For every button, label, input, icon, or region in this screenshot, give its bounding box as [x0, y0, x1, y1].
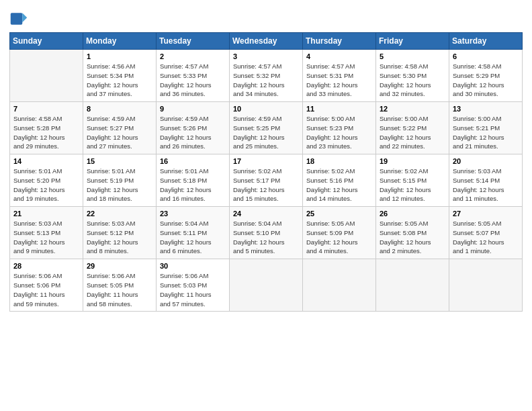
- calendar-cell: 2Sunrise: 4:57 AMSunset: 5:33 PMDaylight…: [157, 50, 230, 102]
- day-number: 28: [13, 262, 79, 270]
- day-info: Sunrise: 5:03 AMSunset: 5:13 PMDaylight:…: [13, 219, 79, 256]
- day-number: 13: [453, 105, 519, 113]
- day-info: Sunrise: 5:06 AMSunset: 5:03 PMDaylight:…: [160, 271, 226, 308]
- day-info: Sunrise: 4:56 AMSunset: 5:34 PMDaylight:…: [87, 62, 152, 99]
- day-info: Sunrise: 5:05 AMSunset: 5:08 PMDaylight:…: [380, 219, 445, 256]
- week-row-3: 14Sunrise: 5:01 AMSunset: 5:20 PMDayligh…: [10, 154, 523, 207]
- day-number: 19: [380, 157, 445, 165]
- day-info: Sunrise: 4:58 AMSunset: 5:29 PMDaylight:…: [453, 62, 519, 99]
- day-info: Sunrise: 5:05 AMSunset: 5:07 PMDaylight:…: [453, 219, 519, 256]
- calendar-cell: 8Sunrise: 4:59 AMSunset: 5:27 PMDaylight…: [83, 102, 157, 154]
- calendar-cell: 12Sunrise: 5:00 AMSunset: 5:22 PMDayligh…: [376, 102, 449, 154]
- calendar-cell: 13Sunrise: 5:00 AMSunset: 5:21 PMDayligh…: [449, 102, 523, 154]
- day-info: Sunrise: 4:58 AMSunset: 5:30 PMDaylight:…: [380, 62, 445, 99]
- calendar-cell: 30Sunrise: 5:06 AMSunset: 5:03 PMDayligh…: [157, 259, 230, 312]
- day-info: Sunrise: 5:01 AMSunset: 5:20 PMDaylight:…: [13, 167, 79, 203]
- calendar-cell: 17Sunrise: 5:02 AMSunset: 5:17 PMDayligh…: [230, 154, 303, 207]
- day-info: Sunrise: 5:00 AMSunset: 5:22 PMDaylight:…: [380, 114, 445, 151]
- day-number: 2: [160, 52, 226, 60]
- logo: [9, 9, 30, 28]
- day-number: 25: [306, 210, 372, 218]
- day-info: Sunrise: 5:00 AMSunset: 5:21 PMDaylight:…: [453, 114, 519, 151]
- day-header-tuesday: Tuesday: [157, 33, 230, 50]
- day-number: 8: [87, 105, 152, 113]
- day-info: Sunrise: 5:06 AMSunset: 5:05 PMDaylight:…: [87, 271, 152, 308]
- day-number: 4: [306, 52, 372, 60]
- week-row-4: 21Sunrise: 5:03 AMSunset: 5:13 PMDayligh…: [10, 207, 523, 259]
- day-number: 20: [453, 157, 519, 165]
- calendar-header: SundayMondayTuesdayWednesdayThursdayFrid…: [10, 33, 523, 50]
- day-number: 24: [233, 210, 299, 218]
- calendar-cell: 15Sunrise: 5:01 AMSunset: 5:19 PMDayligh…: [83, 154, 157, 207]
- day-info: Sunrise: 5:00 AMSunset: 5:23 PMDaylight:…: [306, 114, 372, 151]
- calendar-cell: 19Sunrise: 5:02 AMSunset: 5:15 PMDayligh…: [376, 154, 449, 207]
- calendar-cell: 27Sunrise: 5:05 AMSunset: 5:07 PMDayligh…: [449, 207, 523, 259]
- day-info: Sunrise: 5:06 AMSunset: 5:06 PMDaylight:…: [13, 271, 79, 308]
- day-number: 17: [233, 157, 299, 165]
- day-number: 29: [87, 262, 152, 270]
- day-number: 15: [87, 157, 152, 165]
- day-info: Sunrise: 4:58 AMSunset: 5:28 PMDaylight:…: [13, 114, 79, 151]
- day-header-sunday: Sunday: [10, 33, 83, 50]
- header: [9, 7, 523, 28]
- page-container: SundayMondayTuesdayWednesdayThursdayFrid…: [0, 0, 532, 318]
- day-number: 1: [87, 52, 152, 60]
- day-number: 30: [160, 262, 226, 270]
- day-info: Sunrise: 4:59 AMSunset: 5:27 PMDaylight:…: [87, 114, 152, 151]
- day-info: Sunrise: 5:04 AMSunset: 5:10 PMDaylight:…: [233, 219, 299, 256]
- calendar-cell: 9Sunrise: 4:59 AMSunset: 5:26 PMDaylight…: [157, 102, 230, 154]
- calendar-cell: 28Sunrise: 5:06 AMSunset: 5:06 PMDayligh…: [10, 259, 83, 312]
- day-number: 11: [306, 105, 372, 113]
- calendar-cell: 22Sunrise: 5:03 AMSunset: 5:12 PMDayligh…: [83, 207, 157, 259]
- calendar-cell: [10, 50, 83, 102]
- day-info: Sunrise: 5:01 AMSunset: 5:19 PMDaylight:…: [87, 167, 152, 203]
- day-number: 21: [13, 210, 79, 218]
- day-number: 12: [380, 105, 445, 113]
- calendar-cell: 21Sunrise: 5:03 AMSunset: 5:13 PMDayligh…: [10, 207, 83, 259]
- calendar-cell: 11Sunrise: 5:00 AMSunset: 5:23 PMDayligh…: [303, 102, 376, 154]
- calendar-cell: 23Sunrise: 5:04 AMSunset: 5:11 PMDayligh…: [157, 207, 230, 259]
- day-info: Sunrise: 4:57 AMSunset: 5:33 PMDaylight:…: [160, 62, 226, 99]
- calendar-cell: 3Sunrise: 4:57 AMSunset: 5:32 PMDaylight…: [230, 50, 303, 102]
- calendar-table: SundayMondayTuesdayWednesdayThursdayFrid…: [9, 32, 523, 312]
- day-number: 3: [233, 52, 299, 60]
- day-number: 18: [306, 157, 372, 165]
- calendar-cell: 16Sunrise: 5:01 AMSunset: 5:18 PMDayligh…: [157, 154, 230, 207]
- calendar-cell: 26Sunrise: 5:05 AMSunset: 5:08 PMDayligh…: [376, 207, 449, 259]
- calendar-body: 1Sunrise: 4:56 AMSunset: 5:34 PMDaylight…: [10, 50, 523, 312]
- day-number: 9: [160, 105, 226, 113]
- svg-marker-1: [22, 13, 27, 22]
- calendar-cell: [449, 259, 523, 312]
- calendar-cell: 6Sunrise: 4:58 AMSunset: 5:29 PMDaylight…: [449, 50, 523, 102]
- day-info: Sunrise: 5:03 AMSunset: 5:12 PMDaylight:…: [87, 219, 152, 256]
- day-info: Sunrise: 5:01 AMSunset: 5:18 PMDaylight:…: [160, 167, 226, 203]
- day-number: 26: [380, 210, 445, 218]
- day-info: Sunrise: 5:04 AMSunset: 5:11 PMDaylight:…: [160, 219, 226, 256]
- calendar-cell: 10Sunrise: 4:59 AMSunset: 5:25 PMDayligh…: [230, 102, 303, 154]
- day-header-thursday: Thursday: [303, 33, 376, 50]
- day-number: 14: [13, 157, 79, 165]
- week-row-2: 7Sunrise: 4:58 AMSunset: 5:28 PMDaylight…: [10, 102, 523, 154]
- week-row-5: 28Sunrise: 5:06 AMSunset: 5:06 PMDayligh…: [10, 259, 523, 312]
- calendar-cell: [230, 259, 303, 312]
- header-row: SundayMondayTuesdayWednesdayThursdayFrid…: [10, 33, 523, 50]
- logo-icon: [9, 9, 28, 28]
- day-header-saturday: Saturday: [449, 33, 523, 50]
- day-number: 10: [233, 105, 299, 113]
- week-row-1: 1Sunrise: 4:56 AMSunset: 5:34 PMDaylight…: [10, 50, 523, 102]
- day-number: 22: [87, 210, 152, 218]
- svg-rect-0: [11, 13, 23, 25]
- calendar-cell: [303, 259, 376, 312]
- day-header-wednesday: Wednesday: [230, 33, 303, 50]
- day-info: Sunrise: 4:59 AMSunset: 5:26 PMDaylight:…: [160, 114, 226, 151]
- calendar-cell: 7Sunrise: 4:58 AMSunset: 5:28 PMDaylight…: [10, 102, 83, 154]
- calendar-cell: 20Sunrise: 5:03 AMSunset: 5:14 PMDayligh…: [449, 154, 523, 207]
- day-header-monday: Monday: [83, 33, 157, 50]
- calendar-cell: 14Sunrise: 5:01 AMSunset: 5:20 PMDayligh…: [10, 154, 83, 207]
- calendar-cell: 24Sunrise: 5:04 AMSunset: 5:10 PMDayligh…: [230, 207, 303, 259]
- calendar-cell: [376, 259, 449, 312]
- day-info: Sunrise: 5:02 AMSunset: 5:17 PMDaylight:…: [233, 167, 299, 203]
- day-number: 6: [453, 52, 519, 60]
- calendar-cell: 5Sunrise: 4:58 AMSunset: 5:30 PMDaylight…: [376, 50, 449, 102]
- day-info: Sunrise: 5:02 AMSunset: 5:15 PMDaylight:…: [380, 167, 445, 203]
